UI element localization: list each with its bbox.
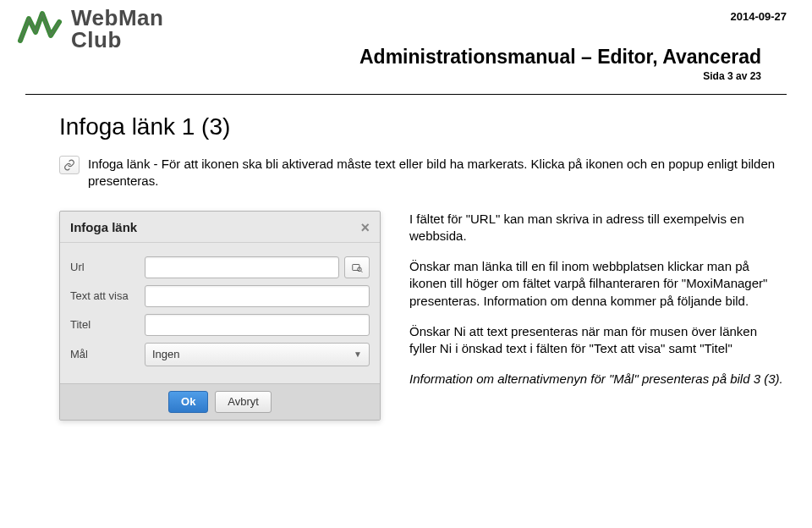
insert-link-toolbar-icon	[59, 156, 80, 174]
page-number: Sida 3 av 23	[17, 70, 787, 82]
explain-p2: Önskar man länka till en fil inom webbpl…	[409, 258, 787, 310]
browse-files-button[interactable]	[344, 256, 370, 278]
chevron-down-icon: ▼	[354, 349, 362, 359]
ok-button[interactable]: Ok	[168, 391, 208, 413]
url-input[interactable]	[145, 256, 339, 278]
cancel-button[interactable]: Avbryt	[215, 391, 272, 413]
target-label: Mål	[70, 348, 145, 360]
explain-p1: I fältet för "URL" kan man skriva in adr…	[409, 211, 787, 245]
document-date: 2014-09-27	[731, 10, 787, 23]
content-area: Infoga länk 1 (3) Infoga länk - För att …	[0, 95, 812, 421]
intro-text: Infoga länk - För att ikonen ska bli akt…	[88, 156, 787, 190]
logo-text-line1: WebMan	[71, 7, 163, 29]
dialog-header: Infoga länk ×	[60, 212, 380, 243]
insert-link-dialog: Infoga länk × Url	[59, 211, 381, 421]
logo-text-line2: Club	[71, 29, 163, 51]
title-label: Titel	[70, 318, 145, 331]
intro-row: Infoga länk - För att ikonen ska bli akt…	[59, 156, 787, 190]
explain-p3: Önskar Ni att text presenteras när man f…	[409, 323, 787, 358]
dialog-footer: Ok Avbryt	[60, 383, 380, 420]
section-title: Infoga länk 1 (3)	[59, 113, 787, 140]
explain-p4: Information om alternativmenyn för "Mål"…	[409, 371, 787, 388]
text-to-show-input[interactable]	[145, 285, 370, 307]
text-to-show-label: Text att visa	[70, 289, 145, 302]
title-input[interactable]	[145, 314, 370, 336]
close-icon[interactable]: ×	[360, 220, 370, 235]
url-label: Url	[70, 261, 145, 273]
link-icon	[63, 159, 75, 171]
logo: WebMan Club	[17, 7, 787, 51]
target-selected-value: Ingen	[152, 348, 180, 360]
dialog-title: Infoga länk	[70, 220, 137, 234]
target-select[interactable]: Ingen ▼	[145, 343, 370, 366]
ok-button-label: Ok	[181, 395, 195, 408]
svg-line-2	[361, 271, 363, 272]
explanation-text: I fältet för "URL" kan man skriva in adr…	[409, 211, 787, 402]
webman-logo-icon	[17, 7, 64, 47]
browse-icon	[351, 261, 363, 273]
cancel-button-label: Avbryt	[228, 395, 259, 408]
page-header: WebMan Club 2014-09-27 Administrationsma…	[0, 0, 812, 82]
